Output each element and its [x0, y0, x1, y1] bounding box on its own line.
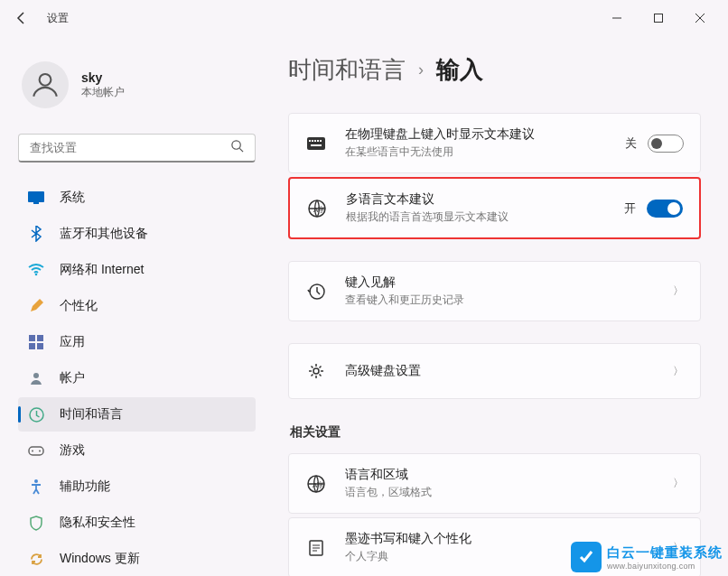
card-subtitle: 在某些语言中无法使用: [345, 144, 607, 160]
svg-rect-6: [33, 202, 39, 204]
card-title: 键入见解: [345, 274, 655, 291]
svg-rect-24: [311, 144, 322, 146]
card-title: 多语言文本建议: [346, 191, 606, 208]
breadcrumb-current: 输入: [436, 54, 483, 86]
svg-text:A字: A字: [313, 206, 325, 214]
close-button[interactable]: [679, 4, 721, 33]
keyboard-icon: [305, 133, 327, 154]
svg-rect-23: [320, 140, 322, 142]
sidebar-item-network[interactable]: 网络和 Internet: [18, 253, 256, 287]
card-subtitle: 查看键入和更正历史记录: [345, 293, 655, 308]
card-title: 在物理键盘上键入时显示文本建议: [345, 126, 607, 143]
sidebar-item-label: 时间和语言: [60, 406, 123, 423]
avatar-icon: [22, 61, 69, 108]
svg-rect-5: [28, 191, 44, 202]
svg-point-2: [40, 74, 51, 86]
maximize-button[interactable]: [638, 4, 679, 33]
user-profile[interactable]: sky 本地帐户: [18, 36, 256, 134]
setting-card-multilang-suggest[interactable]: A字 多语言文本建议 根据我的语言首选项显示文本建议 开: [288, 177, 701, 239]
svg-rect-11: [37, 343, 43, 349]
sidebar-item-label: 蓝牙和其他设备: [60, 226, 148, 242]
svg-point-28: [313, 368, 319, 374]
back-button[interactable]: [7, 4, 36, 33]
watermark-badge-icon: [571, 542, 602, 572]
svg-point-12: [33, 373, 39, 378]
toggle-switch[interactable]: [647, 200, 683, 218]
setting-card-physical-keyboard[interactable]: 在物理键盘上键入时显示文本建议 在某些语言中无法使用 关: [288, 113, 701, 173]
system-icon: [27, 189, 45, 207]
sidebar-item-label: 辅助功能: [60, 478, 110, 495]
sidebar-item-apps[interactable]: 应用: [18, 325, 256, 359]
svg-rect-18: [307, 137, 325, 150]
chevron-right-icon: ›: [418, 60, 424, 79]
toggle-label: 开: [624, 200, 636, 217]
svg-rect-21: [314, 140, 316, 142]
search-box[interactable]: [18, 134, 256, 163]
sidebar-item-label: 隐私和安全性: [60, 515, 135, 531]
chevron-right-icon: 〉: [673, 476, 684, 491]
svg-point-16: [39, 451, 41, 452]
toggle-label: 关: [625, 135, 637, 152]
chevron-right-icon: 〉: [673, 364, 684, 379]
related-settings-heading: 相关设置: [290, 424, 701, 441]
card-subtitle: 根据我的语言首选项显示文本建议: [346, 209, 606, 225]
breadcrumb-parent[interactable]: 时间和语言: [288, 54, 406, 86]
sidebar-item-label: Windows 更新: [60, 551, 140, 567]
toggle-switch[interactable]: [648, 135, 684, 153]
sidebar-item-system[interactable]: 系统: [18, 181, 256, 215]
setting-card-typing-insights[interactable]: 键入见解 查看键入和更正历史记录 〉: [288, 261, 701, 321]
watermark-title: 白云一键重装系统: [607, 544, 723, 562]
sidebar-item-account[interactable]: 帐户: [18, 361, 256, 395]
svg-point-17: [34, 479, 38, 483]
search-icon: [230, 139, 244, 156]
history-icon: [305, 281, 327, 302]
network-icon: [27, 261, 45, 279]
apps-icon: [27, 333, 45, 351]
svg-point-15: [32, 451, 33, 452]
sidebar-item-label: 应用: [60, 334, 85, 350]
watermark: 白云一键重装系统 www.baiyunxitong.com: [571, 542, 723, 572]
gear-icon: [305, 360, 327, 382]
card-subtitle: 语言包，区域格式: [345, 485, 655, 500]
lang-suggest-icon: A字: [306, 198, 328, 219]
accessibility-icon: [27, 478, 45, 496]
sidebar-item-personalize[interactable]: 个性化: [18, 289, 256, 323]
setting-card-advanced-keyboard[interactable]: 高级键盘设置 〉: [288, 343, 701, 399]
sidebar-item-bluetooth[interactable]: 蓝牙和其他设备: [18, 217, 256, 251]
svg-line-4: [239, 148, 243, 152]
privacy-icon: [27, 514, 45, 532]
card-title: 语言和区域: [345, 467, 655, 483]
minimize-button[interactable]: [596, 4, 638, 33]
sidebar-nav: 系统 蓝牙和其他设备 网络和 Internet 个性化 应用 帐户: [18, 181, 256, 576]
sidebar-item-label: 网络和 Internet: [60, 262, 144, 278]
ink-icon: [305, 537, 327, 559]
window-title: 设置: [47, 11, 69, 26]
sidebar-item-gaming[interactable]: 游戏: [18, 433, 256, 468]
svg-rect-22: [317, 140, 319, 142]
sidebar-item-label: 帐户: [60, 370, 85, 386]
svg-text:A字: A字: [313, 481, 324, 489]
svg-point-3: [232, 141, 240, 149]
lang-region-icon: A字: [305, 473, 327, 495]
watermark-url: www.baiyunxitong.com: [607, 562, 723, 571]
time-lang-icon: [27, 405, 45, 423]
card-title: 高级键盘设置: [345, 363, 655, 379]
svg-rect-14: [29, 447, 43, 455]
breadcrumb: 时间和语言 › 输入: [288, 54, 701, 86]
setting-card-language-region[interactable]: A字 语言和区域 语言包，区域格式 〉: [288, 453, 701, 514]
sidebar-item-update[interactable]: Windows 更新: [18, 542, 256, 576]
account-icon: [27, 369, 45, 387]
bluetooth-icon: [27, 225, 45, 243]
sidebar-item-privacy[interactable]: 隐私和安全性: [18, 506, 256, 540]
user-account-type: 本地帐户: [81, 85, 125, 100]
sidebar-item-label: 系统: [60, 190, 85, 206]
search-input[interactable]: [30, 141, 230, 154]
sidebar-item-label: 游戏: [60, 442, 85, 459]
svg-rect-20: [312, 140, 313, 142]
chevron-right-icon: 〉: [673, 283, 684, 299]
svg-point-7: [35, 274, 38, 276]
sidebar-item-accessibility[interactable]: 辅助功能: [18, 469, 256, 504]
svg-rect-10: [29, 343, 35, 349]
sidebar-item-time-language[interactable]: 时间和语言: [18, 397, 256, 432]
user-name: sky: [81, 70, 125, 85]
